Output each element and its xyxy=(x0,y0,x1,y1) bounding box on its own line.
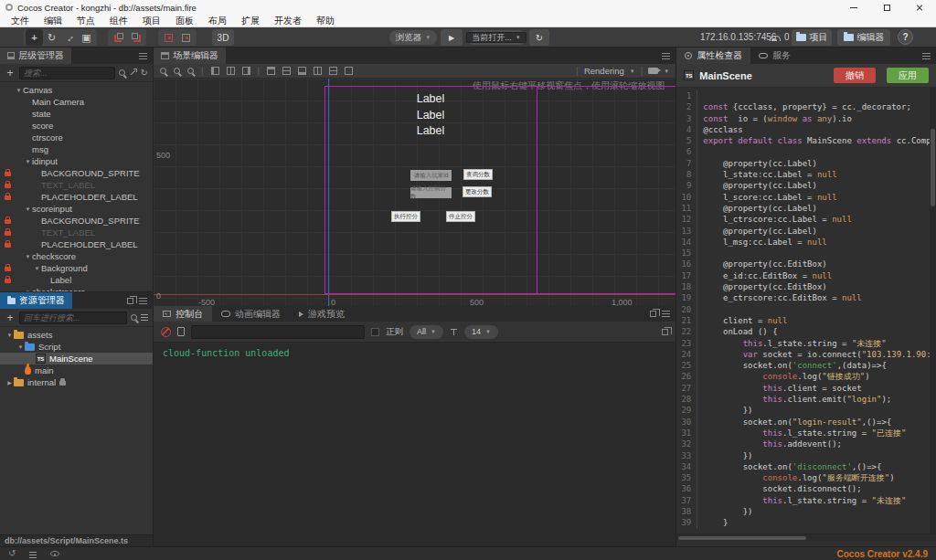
chevron-down-icon[interactable]: ▼ xyxy=(630,69,635,74)
stop-ctrl-button[interactable]: 停止控分 xyxy=(446,211,475,222)
expand-arrow-icon[interactable]: ▼ xyxy=(15,88,23,93)
hierarchy-node-background-sprite[interactable]: BACKGROUND_SPRITE xyxy=(0,215,153,227)
search-icon[interactable] xyxy=(131,314,137,321)
change-score-button[interactable]: 更改分数 xyxy=(463,186,492,197)
console-filter-input[interactable] xyxy=(191,325,365,339)
camera-icon[interactable] xyxy=(648,68,658,74)
hierarchy-node-placeholder-label[interactable]: PLACEHOLDER_LABEL xyxy=(0,191,153,203)
distribute-v-icon[interactable] xyxy=(329,67,337,75)
check-score-button[interactable]: 查询分数 xyxy=(463,169,493,180)
hierarchy-node-text-label[interactable]: TEXT_LABEL xyxy=(0,179,153,191)
menu-item-9[interactable]: 帮助 xyxy=(309,15,342,27)
expand-arrow-icon[interactable]: ▼ xyxy=(24,206,32,212)
scrollbar-thumb[interactable] xyxy=(931,129,935,206)
clear-log-icon[interactable] xyxy=(161,327,171,337)
menu-item-5[interactable]: 面板 xyxy=(168,15,201,27)
expand-arrow-icon[interactable]: ▼ xyxy=(5,333,14,338)
preview-target-dropdown[interactable]: 浏览器▼ xyxy=(389,30,437,45)
lock-icon[interactable] xyxy=(5,195,11,200)
open-scene-dropdown[interactable]: 当前打开...▼ xyxy=(466,30,526,45)
hierarchy-node-text-label[interactable]: TEXT_LABEL xyxy=(0,227,153,238)
hierarchy-node-background[interactable]: ▼Background xyxy=(0,262,153,274)
lock-icon[interactable] xyxy=(5,172,11,176)
add-node-button[interactable]: + xyxy=(5,67,16,79)
lock-icon[interactable] xyxy=(5,267,11,271)
tab-assets[interactable]: 资源管理器 xyxy=(0,292,72,309)
tab--[interactable]: 游戏预览 xyxy=(290,306,354,322)
revert-button[interactable]: 撤销 xyxy=(834,68,876,83)
menu-item-2[interactable]: 节点 xyxy=(69,15,102,27)
menu-item-0[interactable]: 文件 xyxy=(4,15,37,27)
add-asset-button[interactable]: + xyxy=(5,312,16,324)
align-left-icon[interactable] xyxy=(211,67,219,75)
hierarchy-node-background-sprite[interactable]: BACKGROUND_SPRITE xyxy=(0,167,153,179)
hierarchy-node-checkctrscore[interactable]: ▼checkctrscore xyxy=(0,286,153,291)
maximize-button[interactable] xyxy=(870,0,903,15)
pivot-toggle-button[interactable] xyxy=(110,29,127,46)
refresh-preview-button[interactable]: ↻ xyxy=(529,29,549,46)
expand-arrow-icon[interactable]: ▼ xyxy=(33,266,41,271)
world-coord-button[interactable] xyxy=(177,29,195,46)
lock-icon[interactable] xyxy=(5,219,11,224)
label-node-1[interactable]: Label xyxy=(413,108,448,124)
zoom-reset-icon[interactable] xyxy=(187,68,194,74)
panel-menu-icon[interactable] xyxy=(662,56,670,57)
tab--[interactable]: 服务 xyxy=(750,48,799,64)
expand-arrow-icon[interactable]: ▼ xyxy=(24,159,32,164)
hierarchy-node-canvas[interactable]: ▼Canvas xyxy=(0,84,153,96)
node-picker-icon[interactable] xyxy=(129,69,137,77)
execute-ctrl-button[interactable]: 执行控分 xyxy=(391,211,420,222)
zoom-out-icon[interactable] xyxy=(174,68,180,74)
lock-icon[interactable] xyxy=(5,243,11,248)
popout-icon[interactable] xyxy=(650,311,656,317)
3d-mode-button[interactable]: 3D xyxy=(212,29,234,46)
menu-item-4[interactable]: 项目 xyxy=(135,15,168,27)
tab-scene-editor[interactable]: 场景编辑器 xyxy=(154,48,226,64)
align-bottom-icon[interactable] xyxy=(298,67,306,75)
hierarchy-node-main-camera[interactable]: Main Camera xyxy=(0,96,153,108)
minimize-button[interactable] xyxy=(837,0,870,15)
hierarchy-search-input[interactable] xyxy=(19,67,115,79)
apply-button[interactable]: 应用 xyxy=(887,68,929,83)
chevron-down-icon[interactable]: ▼ xyxy=(664,69,669,74)
sort-icon[interactable] xyxy=(141,314,148,315)
regex-checkbox[interactable] xyxy=(371,328,379,336)
assets-search-input[interactable] xyxy=(19,312,127,324)
label-node-0[interactable]: Label xyxy=(413,91,448,108)
menu-item-1[interactable]: 编辑 xyxy=(37,15,69,27)
hierarchy-node-scoreinput[interactable]: ▼scoreinput xyxy=(0,203,153,215)
rendering-dropdown[interactable]: Rendering xyxy=(584,66,624,76)
hierarchy-node-score[interactable]: score xyxy=(0,120,153,132)
sync-icon[interactable]: ↺ xyxy=(8,549,16,558)
hierarchy-node-checkscore[interactable]: ▼checkscore xyxy=(0,250,153,262)
scene-label-nodes[interactable]: LabelLabelLabel xyxy=(413,91,448,140)
align-h-center-icon[interactable] xyxy=(227,67,235,75)
align-top-icon[interactable] xyxy=(267,67,275,75)
open-project-button[interactable]: 项目 xyxy=(792,29,832,46)
menu-item-6[interactable]: 布局 xyxy=(201,15,234,27)
hierarchy-node-idinput[interactable]: ▼idinput xyxy=(0,155,153,167)
distribute-h-icon[interactable] xyxy=(314,67,322,75)
expand-arrow-icon[interactable]: ▶ xyxy=(5,379,14,386)
asset-item-main[interactable]: main xyxy=(0,365,153,376)
rect-tool-button[interactable]: ▣ xyxy=(78,29,95,46)
align-v-center-icon[interactable] xyxy=(282,67,291,75)
distribute-size-icon[interactable] xyxy=(345,67,353,75)
tab--[interactable]: 属性检查器 xyxy=(676,48,750,64)
zoom-in-icon[interactable] xyxy=(160,68,166,74)
hierarchy-node-msg[interactable]: msg xyxy=(0,143,153,155)
scale-tool-button[interactable]: ↔ xyxy=(60,29,78,46)
font-size-dropdown[interactable]: 14▼ xyxy=(464,325,498,339)
asset-item-mainscene[interactable]: TSMainScene xyxy=(0,353,153,365)
align-right-icon[interactable] xyxy=(242,67,250,75)
hierarchy-node-label[interactable]: Label xyxy=(0,274,153,286)
hierarchy-node-ctrscore[interactable]: ctrscore xyxy=(0,132,153,143)
panel-menu-icon[interactable] xyxy=(139,301,147,301)
asset-item-internal[interactable]: ▶internal xyxy=(0,376,153,388)
log-file-icon[interactable] xyxy=(177,327,185,336)
log-level-dropdown[interactable]: All▼ xyxy=(410,325,443,339)
expand-arrow-icon[interactable]: ▼ xyxy=(24,290,32,292)
eye-icon[interactable] xyxy=(50,551,59,556)
panel-menu-icon[interactable] xyxy=(922,56,931,57)
lock-icon[interactable] xyxy=(5,279,11,283)
